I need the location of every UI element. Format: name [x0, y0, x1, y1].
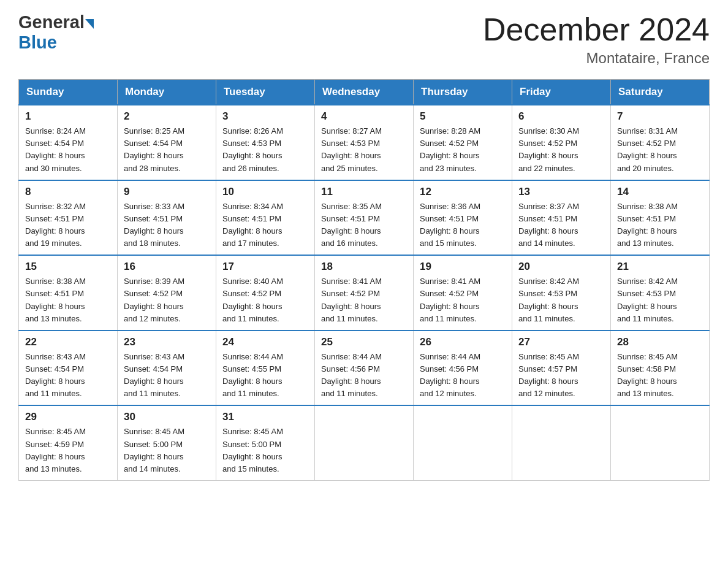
calendar-cell-13: 13Sunrise: 8:37 AM Sunset: 4:51 PM Dayli…	[512, 180, 611, 256]
logo: General Blue	[18, 12, 94, 53]
day-number: 22	[25, 336, 111, 348]
day-info: Sunrise: 8:36 AM Sunset: 4:51 PM Dayligh…	[420, 201, 506, 250]
day-number: 29	[25, 411, 111, 423]
page-subtitle: Montataire, France	[483, 50, 710, 67]
day-number: 20	[518, 261, 604, 273]
day-number: 6	[518, 110, 604, 123]
day-number: 8	[25, 186, 111, 198]
calendar-day-header-monday: Monday	[118, 80, 216, 105]
day-info: Sunrise: 8:35 AM Sunset: 4:51 PM Dayligh…	[321, 201, 407, 250]
day-info: Sunrise: 8:43 AM Sunset: 4:54 PM Dayligh…	[124, 351, 210, 400]
calendar-cell-empty	[315, 405, 414, 480]
day-info: Sunrise: 8:45 AM Sunset: 4:57 PM Dayligh…	[518, 351, 604, 400]
calendar-table: SundayMondayTuesdayWednesdayThursdayFrid…	[18, 79, 710, 481]
calendar-cell-empty	[414, 405, 512, 480]
day-number: 28	[617, 336, 703, 348]
day-info: Sunrise: 8:41 AM Sunset: 4:52 PM Dayligh…	[420, 275, 506, 325]
day-info: Sunrise: 8:45 AM Sunset: 4:58 PM Dayligh…	[617, 351, 703, 400]
day-number: 10	[222, 186, 308, 198]
calendar-cell-27: 27Sunrise: 8:45 AM Sunset: 4:57 PM Dayli…	[512, 331, 611, 406]
calendar-cell-28: 28Sunrise: 8:45 AM Sunset: 4:58 PM Dayli…	[611, 331, 710, 406]
calendar-cell-19: 19Sunrise: 8:41 AM Sunset: 4:52 PM Dayli…	[414, 255, 512, 331]
logo-general-text: General	[18, 12, 85, 33]
logo-triangle-icon	[85, 19, 94, 29]
day-info: Sunrise: 8:45 AM Sunset: 5:00 PM Dayligh…	[124, 426, 210, 475]
day-number: 18	[321, 261, 407, 273]
calendar-cell-15: 15Sunrise: 8:38 AM Sunset: 4:51 PM Dayli…	[19, 255, 118, 331]
calendar-cell-22: 22Sunrise: 8:43 AM Sunset: 4:54 PM Dayli…	[19, 331, 118, 406]
calendar-cell-26: 26Sunrise: 8:44 AM Sunset: 4:56 PM Dayli…	[414, 331, 512, 406]
day-info: Sunrise: 8:34 AM Sunset: 4:51 PM Dayligh…	[222, 201, 308, 250]
day-info: Sunrise: 8:27 AM Sunset: 4:53 PM Dayligh…	[321, 125, 407, 175]
day-info: Sunrise: 8:38 AM Sunset: 4:51 PM Dayligh…	[617, 201, 703, 250]
day-number: 2	[124, 110, 210, 123]
calendar-cell-2: 2Sunrise: 8:25 AM Sunset: 4:54 PM Daylig…	[118, 105, 216, 180]
day-info: Sunrise: 8:39 AM Sunset: 4:52 PM Dayligh…	[124, 275, 210, 325]
day-info: Sunrise: 8:38 AM Sunset: 4:51 PM Dayligh…	[25, 275, 111, 325]
day-number: 17	[222, 261, 308, 273]
calendar-cell-empty	[512, 405, 611, 480]
calendar-cell-30: 30Sunrise: 8:45 AM Sunset: 5:00 PM Dayli…	[118, 405, 216, 480]
calendar-cell-21: 21Sunrise: 8:42 AM Sunset: 4:53 PM Dayli…	[611, 255, 710, 331]
day-number: 27	[518, 336, 604, 348]
calendar-day-header-wednesday: Wednesday	[315, 80, 414, 105]
day-number: 5	[420, 110, 506, 123]
day-number: 30	[124, 411, 210, 423]
calendar-cell-17: 17Sunrise: 8:40 AM Sunset: 4:52 PM Dayli…	[216, 255, 315, 331]
calendar-week-row-4: 22Sunrise: 8:43 AM Sunset: 4:54 PM Dayli…	[19, 331, 710, 406]
day-info: Sunrise: 8:33 AM Sunset: 4:51 PM Dayligh…	[124, 201, 210, 250]
calendar-cell-5: 5Sunrise: 8:28 AM Sunset: 4:52 PM Daylig…	[414, 105, 512, 180]
logo-line2: Blue	[18, 33, 94, 53]
day-info: Sunrise: 8:30 AM Sunset: 4:52 PM Dayligh…	[518, 125, 604, 175]
logo-line1: General	[18, 12, 94, 33]
calendar-cell-4: 4Sunrise: 8:27 AM Sunset: 4:53 PM Daylig…	[315, 105, 414, 180]
day-info: Sunrise: 8:37 AM Sunset: 4:51 PM Dayligh…	[518, 201, 604, 250]
calendar-cell-3: 3Sunrise: 8:26 AM Sunset: 4:53 PM Daylig…	[216, 105, 315, 180]
day-number: 24	[222, 336, 308, 348]
calendar-cell-29: 29Sunrise: 8:45 AM Sunset: 4:59 PM Dayli…	[19, 405, 118, 480]
calendar-cell-14: 14Sunrise: 8:38 AM Sunset: 4:51 PM Dayli…	[611, 180, 710, 256]
calendar-cell-10: 10Sunrise: 8:34 AM Sunset: 4:51 PM Dayli…	[216, 180, 315, 256]
day-info: Sunrise: 8:28 AM Sunset: 4:52 PM Dayligh…	[420, 125, 506, 175]
calendar-week-row-5: 29Sunrise: 8:45 AM Sunset: 4:59 PM Dayli…	[19, 405, 710, 480]
calendar-cell-11: 11Sunrise: 8:35 AM Sunset: 4:51 PM Dayli…	[315, 180, 414, 256]
day-info: Sunrise: 8:42 AM Sunset: 4:53 PM Dayligh…	[617, 275, 703, 325]
calendar-week-row-1: 1Sunrise: 8:24 AM Sunset: 4:54 PM Daylig…	[19, 105, 710, 180]
calendar-cell-16: 16Sunrise: 8:39 AM Sunset: 4:52 PM Dayli…	[118, 255, 216, 331]
calendar-day-header-sunday: Sunday	[19, 80, 118, 105]
title-section: December 2024 Montataire, France	[483, 12, 710, 67]
calendar-day-header-thursday: Thursday	[414, 80, 512, 105]
day-info: Sunrise: 8:44 AM Sunset: 4:55 PM Dayligh…	[222, 351, 308, 400]
calendar-cell-8: 8Sunrise: 8:32 AM Sunset: 4:51 PM Daylig…	[19, 180, 118, 256]
calendar-cell-7: 7Sunrise: 8:31 AM Sunset: 4:52 PM Daylig…	[611, 105, 710, 180]
calendar-header-row: SundayMondayTuesdayWednesdayThursdayFrid…	[19, 80, 710, 105]
calendar-cell-31: 31Sunrise: 8:45 AM Sunset: 5:00 PM Dayli…	[216, 405, 315, 480]
day-info: Sunrise: 8:24 AM Sunset: 4:54 PM Dayligh…	[25, 125, 111, 175]
day-number: 19	[420, 261, 506, 273]
calendar-week-row-2: 8Sunrise: 8:32 AM Sunset: 4:51 PM Daylig…	[19, 180, 710, 256]
day-info: Sunrise: 8:45 AM Sunset: 4:59 PM Dayligh…	[25, 426, 111, 475]
day-info: Sunrise: 8:45 AM Sunset: 5:00 PM Dayligh…	[222, 426, 308, 475]
calendar-cell-empty	[611, 405, 710, 480]
day-info: Sunrise: 8:43 AM Sunset: 4:54 PM Dayligh…	[25, 351, 111, 400]
calendar-cell-20: 20Sunrise: 8:42 AM Sunset: 4:53 PM Dayli…	[512, 255, 611, 331]
day-number: 13	[518, 186, 604, 198]
day-info: Sunrise: 8:44 AM Sunset: 4:56 PM Dayligh…	[420, 351, 506, 400]
calendar-cell-6: 6Sunrise: 8:30 AM Sunset: 4:52 PM Daylig…	[512, 105, 611, 180]
day-info: Sunrise: 8:25 AM Sunset: 4:54 PM Dayligh…	[124, 125, 210, 175]
day-info: Sunrise: 8:42 AM Sunset: 4:53 PM Dayligh…	[518, 275, 604, 325]
day-info: Sunrise: 8:32 AM Sunset: 4:51 PM Dayligh…	[25, 201, 111, 250]
day-info: Sunrise: 8:44 AM Sunset: 4:56 PM Dayligh…	[321, 351, 407, 400]
day-number: 4	[321, 110, 407, 123]
calendar-cell-18: 18Sunrise: 8:41 AM Sunset: 4:52 PM Dayli…	[315, 255, 414, 331]
calendar-day-header-tuesday: Tuesday	[216, 80, 315, 105]
calendar-cell-24: 24Sunrise: 8:44 AM Sunset: 4:55 PM Dayli…	[216, 331, 315, 406]
day-number: 31	[222, 411, 308, 423]
calendar-cell-25: 25Sunrise: 8:44 AM Sunset: 4:56 PM Dayli…	[315, 331, 414, 406]
day-number: 12	[420, 186, 506, 198]
calendar-cell-23: 23Sunrise: 8:43 AM Sunset: 4:54 PM Dayli…	[118, 331, 216, 406]
calendar-day-header-friday: Friday	[512, 80, 611, 105]
day-number: 9	[124, 186, 210, 198]
day-number: 3	[222, 110, 308, 123]
day-number: 26	[420, 336, 506, 348]
